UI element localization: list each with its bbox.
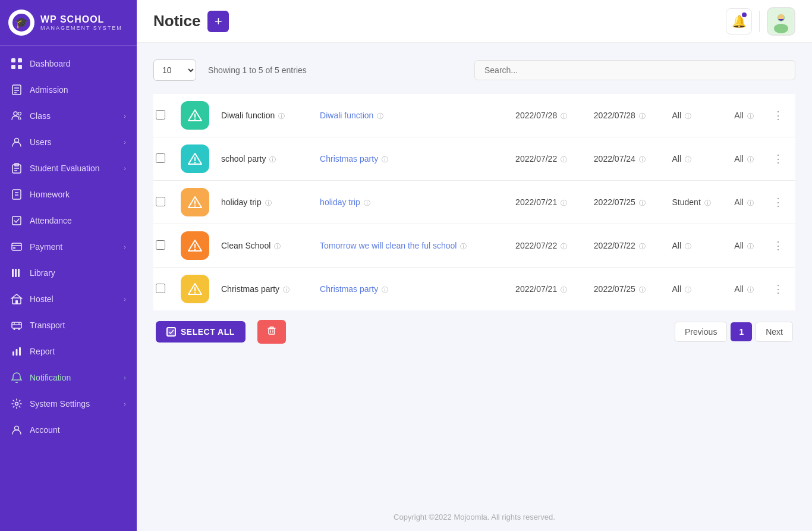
- sidebar-item-label: Homework: [30, 190, 70, 199]
- info-icon[interactable]: ⓘ: [382, 156, 388, 163]
- row-date-from: 2022/07/21: [515, 197, 557, 207]
- warning-icon: [187, 238, 203, 253]
- user-avatar-button[interactable]: [767, 7, 795, 36]
- sidebar-item-hostel[interactable]: Hostel ›: [0, 286, 137, 312]
- row-actions-menu[interactable]: ⋮: [773, 196, 784, 208]
- row-checkbox[interactable]: [156, 240, 165, 250]
- info-icon[interactable]: ⓘ: [274, 243, 281, 250]
- sidebar-item-admission[interactable]: Admission: [0, 77, 137, 103]
- delete-button[interactable]: [257, 320, 286, 344]
- info-icon[interactable]: ⓘ: [265, 199, 272, 206]
- row-class: All: [734, 284, 744, 294]
- row-icon-cell: [175, 137, 215, 181]
- info-icon[interactable]: ⓘ: [685, 112, 691, 120]
- svg-rect-25: [18, 269, 20, 277]
- info-icon[interactable]: ⓘ: [561, 286, 567, 293]
- info-icon[interactable]: ⓘ: [685, 243, 691, 250]
- page-1-button[interactable]: 1: [731, 322, 752, 341]
- sidebar-item-dashboard[interactable]: Dashboard: [0, 51, 137, 77]
- info-icon[interactable]: ⓘ: [685, 286, 691, 293]
- library-icon: [11, 267, 23, 279]
- table-row: holiday trip ⓘ holiday trip ⓘ 2022/07/21…: [153, 181, 795, 224]
- row-desc-cell: Christmas party ⓘ: [314, 268, 509, 311]
- svg-rect-53: [269, 329, 275, 334]
- info-icon[interactable]: ⓘ: [639, 286, 646, 293]
- sidebar-item-payment[interactable]: Payment ›: [0, 234, 137, 260]
- svg-rect-22: [13, 247, 15, 249]
- svg-point-48: [194, 205, 196, 206]
- info-icon[interactable]: ⓘ: [278, 112, 285, 120]
- sidebar-item-notification[interactable]: Notification ›: [0, 365, 137, 391]
- info-icon[interactable]: ⓘ: [639, 112, 646, 120]
- row-name: Christmas party: [221, 284, 279, 294]
- warning-icon: [187, 151, 203, 166]
- row-icon-cell: [175, 181, 215, 224]
- info-icon[interactable]: ⓘ: [561, 112, 567, 120]
- sidebar-item-account[interactable]: Account: [0, 417, 137, 443]
- svg-rect-35: [16, 349, 18, 356]
- info-icon[interactable]: ⓘ: [460, 243, 467, 250]
- sidebar-item-class[interactable]: Class ›: [0, 103, 137, 129]
- info-icon[interactable]: ⓘ: [704, 199, 711, 206]
- entries-select[interactable]: 10 25 50: [153, 59, 196, 81]
- info-icon[interactable]: ⓘ: [561, 156, 567, 163]
- sidebar-nav: Dashboard Admission Class ›: [0, 46, 137, 531]
- svg-rect-4: [11, 65, 15, 69]
- info-icon[interactable]: ⓘ: [747, 243, 754, 250]
- info-icon[interactable]: ⓘ: [561, 243, 567, 250]
- info-icon[interactable]: ⓘ: [639, 156, 646, 163]
- info-icon[interactable]: ⓘ: [685, 156, 691, 163]
- row-actions-menu[interactable]: ⋮: [773, 153, 784, 165]
- row-checkbox[interactable]: [156, 153, 165, 163]
- select-all-button[interactable]: SELECT ALL: [156, 321, 246, 343]
- svg-point-37: [15, 403, 18, 406]
- next-button[interactable]: Next: [756, 322, 793, 342]
- row-icon-cell: [175, 94, 215, 137]
- row-description: Tomorrow we will clean the ful school: [320, 241, 457, 250]
- bottom-bar: SELECT ALL Previous 1: [153, 310, 795, 353]
- row-checkbox[interactable]: [156, 197, 165, 206]
- info-icon[interactable]: ⓘ: [747, 156, 754, 163]
- info-icon[interactable]: ⓘ: [747, 199, 754, 206]
- hostel-icon: [11, 293, 23, 305]
- add-notice-button[interactable]: +: [207, 11, 229, 32]
- row-checkbox[interactable]: [156, 284, 165, 293]
- row-role: All: [672, 284, 682, 294]
- sidebar-item-label: Report: [30, 347, 55, 356]
- notice-icon: [181, 231, 209, 260]
- row-actions-menu[interactable]: ⋮: [773, 283, 784, 295]
- copyright-text: Copyright ©2022 Mojoomla. All rights res…: [394, 513, 555, 521]
- chevron-right-icon: ›: [124, 139, 126, 146]
- sidebar-item-transport[interactable]: Transport: [0, 312, 137, 338]
- previous-button[interactable]: Previous: [675, 322, 727, 342]
- sidebar-item-report[interactable]: Report: [0, 338, 137, 365]
- row-actions-menu[interactable]: ⋮: [773, 240, 784, 252]
- info-icon[interactable]: ⓘ: [747, 286, 754, 293]
- info-icon[interactable]: ⓘ: [747, 112, 754, 120]
- sidebar-item-student-evaluation[interactable]: Student Evaluation ›: [0, 155, 137, 181]
- row-checkbox[interactable]: [156, 110, 165, 120]
- sidebar-item-system-settings[interactable]: System Settings ›: [0, 391, 137, 417]
- info-icon[interactable]: ⓘ: [382, 286, 388, 293]
- pagination: Previous 1 Next: [675, 322, 793, 342]
- info-icon[interactable]: ⓘ: [364, 199, 370, 206]
- info-icon[interactable]: ⓘ: [639, 243, 646, 250]
- notification-bell-button[interactable]: 🔔: [726, 8, 752, 34]
- search-input[interactable]: [474, 60, 795, 80]
- notice-icon: [181, 275, 209, 303]
- info-icon[interactable]: ⓘ: [283, 286, 289, 293]
- notice-icon: [181, 144, 209, 173]
- row-actions-menu[interactable]: ⋮: [773, 109, 784, 121]
- info-icon[interactable]: ⓘ: [377, 112, 383, 120]
- svg-rect-24: [15, 269, 17, 277]
- row-class: All: [734, 197, 744, 207]
- info-icon[interactable]: ⓘ: [561, 199, 567, 206]
- sidebar-item-label: Account: [30, 425, 60, 435]
- row-role: All: [672, 241, 682, 250]
- info-icon[interactable]: ⓘ: [269, 156, 276, 163]
- info-icon[interactable]: ⓘ: [639, 199, 646, 206]
- sidebar-item-users[interactable]: Users ›: [0, 129, 137, 155]
- sidebar-item-attendance[interactable]: Attendance: [0, 208, 137, 234]
- sidebar-item-homework[interactable]: Homework: [0, 181, 137, 208]
- sidebar-item-library[interactable]: Library: [0, 260, 137, 286]
